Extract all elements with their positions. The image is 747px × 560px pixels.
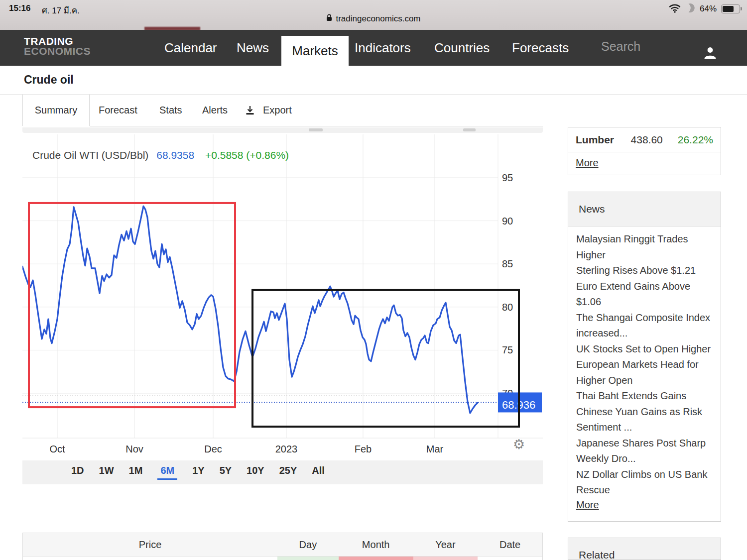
x-axis-label: Feb	[355, 444, 372, 454]
market-mover-row[interactable]: Lumber 438.60 26.22%	[568, 127, 721, 152]
news-headline[interactable]: Sterling Rises Above $1.21	[576, 263, 713, 279]
tabs-bottom-border	[90, 126, 543, 126]
tab-summary[interactable]: Summary	[22, 95, 90, 126]
col-day: Day	[277, 539, 339, 551]
news-more-link[interactable]: More	[576, 499, 599, 510]
status-icons: 64%	[669, 3, 740, 15]
nav-item-countries[interactable]: Countries	[434, 30, 490, 66]
col-price: Price	[23, 539, 277, 551]
commodity-price: 438.60	[631, 134, 663, 146]
address-bar[interactable]: tradingeconomics.com	[0, 14, 747, 24]
news-headline[interactable]: European Markets Head for Higher Open	[576, 357, 713, 388]
col-date: Date	[478, 539, 542, 551]
moon-icon	[685, 3, 695, 15]
nav-item-indicators[interactable]: Indicators	[355, 30, 411, 66]
y-axis-label: 75	[502, 344, 513, 355]
download-icon	[245, 105, 255, 115]
range-1y[interactable]: 1Y	[192, 465, 204, 480]
col-year: Year	[413, 539, 478, 551]
nav-item-news[interactable]: News	[237, 30, 269, 66]
news-headline[interactable]: Euro Extend Gains Above $1.06	[576, 279, 713, 310]
lock-icon	[326, 14, 332, 24]
news-list: Malaysian Ringgit Trades Higher Sterling…	[568, 226, 721, 511]
x-axis-label: Nov	[125, 444, 143, 454]
range-selector: 1D 1W 1M 6M 1Y 5Y 10Y 25Y All	[22, 460, 543, 484]
export-button[interactable]: Export	[245, 95, 292, 126]
col-month: Month	[339, 539, 413, 551]
x-axis-label: Dec	[204, 444, 222, 454]
tab-alerts[interactable]: Alerts	[202, 95, 228, 126]
cell-month	[339, 557, 413, 560]
logo-line1: TRADING	[24, 36, 91, 46]
cell-year	[413, 557, 478, 560]
news-panel: News Malaysian Ringgit Trades Higher Ste…	[568, 192, 721, 522]
range-6m[interactable]: 6M	[157, 465, 177, 480]
range-10y[interactable]: 10Y	[247, 465, 264, 480]
news-panel-header: News	[568, 192, 721, 226]
last-price: 68.9358	[156, 149, 194, 161]
logo-line2: ECONOMICS	[24, 46, 91, 56]
wifi-icon	[669, 3, 681, 15]
url-text: tradingeconomics.com	[336, 14, 420, 24]
partial-content-strip	[22, 127, 543, 133]
news-headline[interactable]: The Shangai Composite Index increased...	[576, 310, 713, 341]
battery-percent: 64%	[700, 4, 717, 14]
market-more-link[interactable]: More	[576, 157, 599, 168]
y-axis-label: 80	[502, 302, 513, 313]
status-bar: 15:16 ศ. 17 มี.ค. tradingeconomics.com 6…	[0, 0, 747, 30]
search-input[interactable]	[600, 39, 691, 54]
commodity-change-pct: 26.22%	[678, 134, 713, 146]
range-1m[interactable]: 1M	[129, 465, 143, 480]
strip-smudge	[463, 128, 476, 131]
price-chart-svg[interactable]: 959085807570OctNovDec2023FebMar68.936	[22, 133, 543, 460]
price-line-series	[22, 206, 478, 413]
x-axis-label: Oct	[49, 444, 65, 454]
news-headline[interactable]: Japanese Shares Post Sharp Weekly Dro...	[576, 436, 713, 467]
price-change: +0.5858 (+0.86%)	[205, 149, 289, 161]
range-all[interactable]: All	[312, 465, 325, 480]
trading-economics-logo[interactable]: TRADING ECONOMICS	[24, 36, 91, 56]
x-axis-label: Mar	[426, 444, 444, 454]
user-account-icon[interactable]	[703, 46, 717, 62]
page-heading-row: Crude oil	[0, 66, 747, 95]
cell-price	[23, 557, 277, 560]
x-axis-label: 2023	[275, 444, 298, 454]
range-5y[interactable]: 5Y	[220, 465, 232, 480]
related-panel-header: Related	[568, 538, 721, 560]
cell-day	[277, 557, 339, 560]
page-title: Crude oil	[24, 73, 74, 87]
table-header-row: Price Day Month Year Date	[23, 533, 542, 557]
news-headline[interactable]: UK Stocks Set to Open Higher	[576, 341, 713, 357]
export-label: Export	[263, 105, 292, 116]
range-1d[interactable]: 1D	[71, 465, 84, 480]
clock: 15:16	[9, 3, 30, 13]
tab-forecast[interactable]: Forecast	[99, 95, 137, 126]
nav-item-forecasts[interactable]: Forecasts	[512, 30, 569, 66]
cell-date	[478, 557, 542, 560]
tabs-row: Summary Forecast Stats Alerts Export	[22, 95, 543, 126]
tab-stats[interactable]: Stats	[159, 95, 182, 126]
news-headline[interactable]: Malaysian Ringgit Trades Higher	[576, 231, 713, 263]
news-headline[interactable]: Thai Baht Extends Gains	[576, 388, 713, 404]
chart-settings-gear-icon[interactable]: ⚙	[513, 438, 525, 451]
strip-smudge	[309, 128, 323, 131]
news-headline[interactable]: NZ Dollar Climbs on US Bank Rescue	[576, 467, 713, 498]
news-headline[interactable]: Chinese Yuan Gains as Risk Sentiment ...	[576, 404, 713, 436]
market-mover-panel: Lumber 438.60 26.22% More	[568, 127, 721, 175]
related-panel: Related	[568, 538, 721, 560]
price-chart-card: 959085807570OctNovDec2023FebMar68.936 Cr…	[22, 133, 543, 484]
price-summary-table: Price Day Month Year Date	[22, 533, 543, 560]
battery-icon	[721, 4, 740, 13]
black-annotation-box	[252, 290, 519, 427]
nav-item-markets[interactable]: Markets	[281, 36, 349, 66]
chart-title-row: Crude Oil WTI (USD/Bbl) 68.9358 +0.5858 …	[32, 149, 289, 161]
instrument-name: Crude Oil WTI (USD/Bbl)	[32, 149, 148, 161]
y-axis-label: 90	[502, 216, 513, 226]
commodity-name: Lumber	[576, 134, 631, 146]
range-1w[interactable]: 1W	[99, 465, 114, 480]
range-25y[interactable]: 25Y	[279, 465, 297, 480]
table-row	[23, 557, 542, 560]
screen: 15:16 ศ. 17 มี.ค. tradingeconomics.com 6…	[0, 0, 747, 560]
nav-item-calendar[interactable]: Calendar	[164, 30, 217, 66]
y-axis-label: 95	[502, 172, 513, 183]
